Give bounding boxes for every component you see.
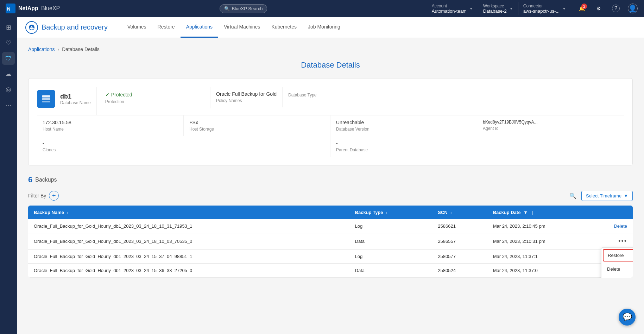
dbtype-field: Database Type <box>283 87 396 102</box>
page-title: Database Details <box>28 61 633 70</box>
backups-header: 6 Backups <box>28 175 633 184</box>
tab-virtual-machines[interactable]: Virtual Machines <box>218 17 266 38</box>
main-content: Backup and recovery Volumes Restore Appl… <box>17 17 644 334</box>
connector-label: Connector <box>523 4 560 8</box>
filter-right: 🔍 Select Timeframe ▼ <box>567 190 633 201</box>
product-name: BlueXP <box>41 5 60 12</box>
sidebar-item-integrations[interactable]: ⋯ <box>2 99 15 111</box>
backup-type-cell: Log <box>349 250 433 264</box>
tab-kubernetes[interactable]: Kubernetes <box>266 17 302 38</box>
page-content: Applications › Database Details Database… <box>17 38 644 334</box>
breadcrumb-separator: › <box>58 46 59 52</box>
filter-by-label: Filter By <box>28 193 46 198</box>
tab-job-monitoring[interactable]: Job Monitoring <box>302 17 346 38</box>
sidebar-item-health[interactable]: ♡ <box>2 37 15 49</box>
scn-cell: 2586557 <box>432 233 487 250</box>
tab-restore[interactable]: Restore <box>152 17 181 38</box>
backup-type-cell: Data <box>349 264 433 278</box>
clone-menu-item[interactable]: Clone <box>601 275 633 278</box>
protection-label: Protection <box>105 99 204 104</box>
user-button[interactable]: 👤 <box>627 3 638 14</box>
sidebar-item-protection[interactable]: 🛡 <box>2 52 15 65</box>
bluexp-search[interactable]: 🔍 BlueXP Search <box>220 4 267 13</box>
search-button[interactable]: 🔍 <box>567 190 579 201</box>
workspace-value: Database-2 <box>483 8 507 14</box>
search-icon: 🔍 <box>224 6 230 11</box>
sort-icon: ↕ <box>67 211 69 215</box>
backup-type-cell: Log <box>349 219 433 233</box>
account-label: Account <box>432 4 467 8</box>
database-name: db1 <box>60 93 91 100</box>
account-section[interactable]: Account Automation-team ▼ <box>427 2 478 15</box>
table-row: Oracle_Full_Backup_for_Gold_Hourly_db1_2… <box>28 219 633 233</box>
svg-rect-4 <box>42 101 50 102</box>
delete-menu-item[interactable]: Delete <box>601 263 633 275</box>
help-button[interactable]: ? <box>610 3 621 14</box>
hoststorage-value: FSx <box>189 120 324 125</box>
parentdb-label: Parent Database <box>336 147 618 152</box>
workspace-section[interactable]: Workspace Database-2 ▼ <box>478 2 518 15</box>
sidebar-item-cloud[interactable]: ☁ <box>2 68 15 80</box>
dbversion-value: Unreachable <box>336 120 471 125</box>
tab-applications[interactable]: Applications <box>181 17 219 38</box>
delete-button[interactable]: Delete <box>614 223 627 229</box>
sort-down-icon: ▼ <box>523 210 528 215</box>
sidebar-item-canvas[interactable]: ⊞ <box>2 21 15 34</box>
dbtype-label: Database Type <box>288 93 391 97</box>
restore-menu-item[interactable]: Restore <box>603 249 633 261</box>
agentid-field: bKed8yv2T19BJ0V5QyqvA... Agent Id <box>477 115 624 136</box>
chat-icon: 💬 <box>623 313 632 322</box>
help-icon: ? <box>612 5 620 12</box>
sidebar-item-discover[interactable]: ◎ <box>2 83 15 96</box>
hoststorage-field: FSx Host Storage <box>184 115 330 136</box>
backups-section: 6 Backups Filter By + 🔍 <box>28 175 633 278</box>
timeframe-select[interactable]: Select Timeframe ▼ <box>581 191 633 201</box>
backup-name-cell: Oracle_Full_Backup_for_Gold_Hourly_db1_2… <box>28 250 349 264</box>
app-logo[interactable]: N NetApp BlueXP <box>6 4 60 13</box>
table-row: Oracle_Full_Backup_for_Gold_Hourly_db1_2… <box>28 233 633 250</box>
col-scn[interactable]: SCN ↕ <box>432 206 487 219</box>
dropdown-arrow-icon: ▼ <box>624 193 628 198</box>
top-navbar: N NetApp BlueXP 🔍 BlueXP Search Account … <box>0 0 644 17</box>
backup-name-cell: Oracle_Full_Backup_for_Gold_Hourly_db1_2… <box>28 233 349 250</box>
connector-chevron-icon: ▼ <box>562 7 566 11</box>
breadcrumb-parent[interactable]: Applications <box>28 46 55 52</box>
col-backup-date[interactable]: Backup Date ▼ | <box>487 206 633 219</box>
breadcrumb-current: Database Details <box>62 46 100 52</box>
col-backup-type[interactable]: Backup Type ↕ <box>349 206 433 219</box>
sort-icon: ↕ <box>450 211 452 215</box>
secondary-nav: Backup and recovery Volumes Restore Appl… <box>17 17 644 38</box>
product-title: Backup and recovery <box>25 21 108 34</box>
tab-volumes[interactable]: Volumes <box>122 17 152 38</box>
clones-label: Clones <box>43 147 324 152</box>
hoststorage-label: Host Storage <box>189 127 324 132</box>
filter-add-button[interactable]: + <box>49 191 59 201</box>
chat-button[interactable]: 💬 <box>619 309 636 326</box>
settings-button[interactable]: ⚙ <box>593 3 605 14</box>
backups-table: Backup Name ↕ Backup Type ↕ SCN ↕ <box>28 206 633 278</box>
account-group: Account Automation-team ▼ Workspace Data… <box>427 2 571 15</box>
sidebar: ⊞ ♡ 🛡 ☁ ◎ ⋯ <box>0 17 17 334</box>
context-menu: Restore Delete Clone <box>601 247 633 278</box>
settings-icon: ⚙ <box>596 6 601 11</box>
product-icon <box>25 21 38 34</box>
more-menu-button[interactable]: ••• <box>618 238 627 245</box>
sort-icon: ↕ <box>386 211 387 215</box>
account-value: Automation-team <box>432 8 467 14</box>
breadcrumb: Applications › Database Details <box>28 46 633 52</box>
connector-section[interactable]: Connector aws-snapctr-us-... ▼ <box>518 2 571 15</box>
parentdb-value: - <box>336 140 618 146</box>
scn-cell: 2580524 <box>432 264 487 278</box>
table-row: Oracle_Full_Backup_for_Gold_Hourly_db1_2… <box>28 264 633 278</box>
filter-bar: Filter By + 🔍 Select Timeframe ▼ <box>28 190 633 201</box>
col-separator: | <box>532 210 533 215</box>
agentid-value: bKed8yv2T19BJ0V5QyqvA... <box>483 120 618 125</box>
notifications-button[interactable]: 🔔 2 <box>576 3 588 14</box>
policy-field: Oracle Full Backup for Gold Policy Names <box>210 87 283 107</box>
backups-label: Backups <box>35 177 57 183</box>
check-icon: ✓ <box>105 91 110 98</box>
database-name-label: Database Name <box>60 100 91 105</box>
policy-label: Policy Names <box>216 98 277 103</box>
col-backup-name[interactable]: Backup Name ↕ <box>28 206 349 219</box>
protection-value: ✓ Protected <box>105 91 204 98</box>
